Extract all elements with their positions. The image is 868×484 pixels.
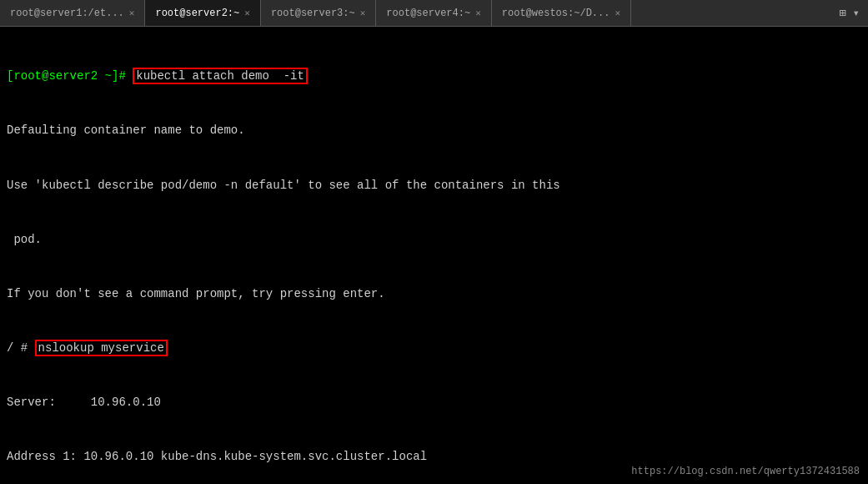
output-line-4: If you don't see a command prompt, try p…: [7, 285, 861, 304]
output-line-3: pod.: [7, 231, 861, 250]
terminal: [root@server2 ~]# kubectl attach demo -i…: [0, 27, 868, 484]
output-line-2: Use 'kubectl describe pod/demo -n defaul…: [7, 177, 861, 195]
tab-bar: root@server1:/et... ✕ root@server2:~ ✕ r…: [0, 0, 868, 27]
tab-westos-label: root@westos:~/D...: [502, 8, 610, 19]
tab-actions: ⊞ ▾: [830, 6, 868, 20]
output-line-6: Address 1: 10.96.0.10 kube-dns.kube-syst…: [7, 448, 861, 466]
tab-server1-close[interactable]: ✕: [129, 8, 135, 18]
output-line-1: Defaulting container name to demo.: [7, 122, 861, 140]
tab-server1[interactable]: root@server1:/et... ✕: [0, 0, 145, 26]
tab-server4-label: root@server4:~: [386, 8, 470, 19]
tab-server2-label: root@server2:~: [155, 8, 239, 19]
cmd1-highlight: kubectl attach demo -it: [133, 68, 308, 84]
tab-westos[interactable]: root@westos:~/D... ✕: [492, 0, 631, 26]
tab-westos-close[interactable]: ✕: [615, 8, 620, 18]
new-tab-icon[interactable]: ⊞: [839, 6, 845, 20]
tab-server2[interactable]: root@server2:~ ✕: [145, 0, 260, 26]
tab-server1-label: root@server1:/et...: [10, 8, 124, 19]
command-line-1: [root@server2 ~]# kubectl attach demo -i…: [7, 68, 861, 86]
tab-server3-close[interactable]: ✕: [360, 8, 366, 18]
tab-server3[interactable]: root@server3:~ ✕: [261, 0, 376, 26]
cmd2-highlight: nslookup myservice: [35, 340, 168, 356]
tab-server2-close[interactable]: ✕: [244, 8, 250, 18]
watermark: https://blog.csdn.net/qwerty1372431588: [631, 466, 860, 477]
prompt-user-1: [root@server2 ~]#: [7, 69, 126, 83]
tab-server4[interactable]: root@server4:~ ✕: [376, 0, 491, 26]
menu-icon[interactable]: ▾: [853, 6, 860, 20]
command-line-2: / # nslookup myservice: [7, 340, 861, 358]
tab-server3-label: root@server3:~: [271, 8, 355, 19]
tab-server4-close[interactable]: ✕: [475, 8, 481, 18]
output-line-5: Server: 10.96.0.10: [7, 394, 861, 412]
